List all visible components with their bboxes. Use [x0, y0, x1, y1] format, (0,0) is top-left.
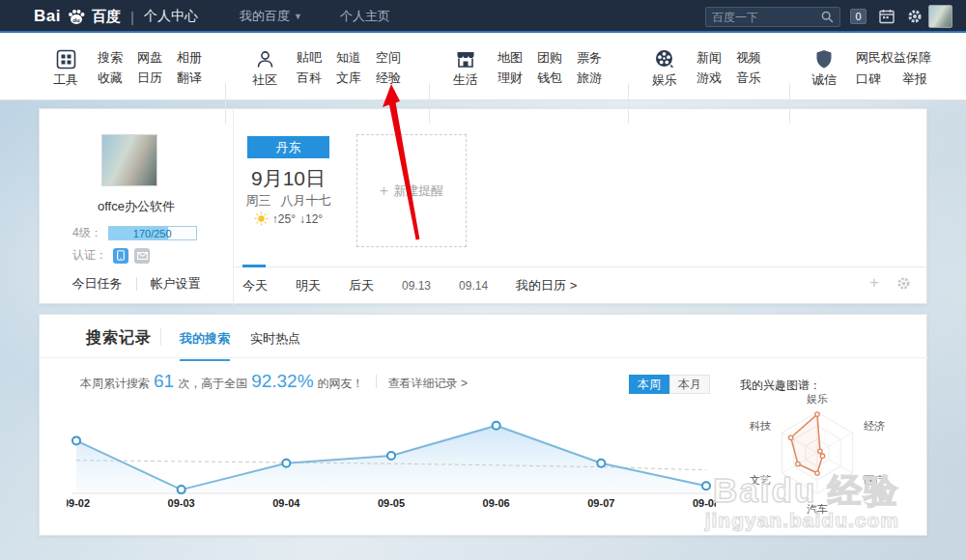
- film-reel-icon: [654, 48, 675, 70]
- city-button[interactable]: 丹东: [247, 136, 329, 158]
- search-stats: 本周累计搜索 61 次，高于全国 92.32% 的网友！ 查看详细记录 >: [80, 371, 468, 392]
- view-details-link[interactable]: 查看详细记录 >: [388, 376, 468, 392]
- add-reminder-box[interactable]: + 新建提醒: [356, 134, 467, 247]
- service-group-integrity: 诚信 网民权益保障 口碑 举报: [807, 48, 931, 89]
- menu-my-baidu[interactable]: 我的百度 ▼: [240, 0, 302, 33]
- service-entertainment[interactable]: 娱乐: [647, 48, 682, 89]
- service-zhidao[interactable]: 知道: [336, 50, 361, 65]
- divider: [136, 277, 137, 291]
- service-video[interactable]: 视频: [736, 50, 761, 65]
- service-album[interactable]: 相册: [177, 50, 202, 65]
- tab-tomorrow[interactable]: 明天: [296, 277, 321, 294]
- service-column: 团购 钱包: [537, 48, 562, 89]
- divider: [628, 83, 629, 124]
- service-tieba[interactable]: 贴吧: [297, 50, 322, 65]
- user-avatar-large[interactable]: [101, 134, 157, 186]
- tab-today[interactable]: 今天: [242, 277, 268, 294]
- temp-high: ↑25°: [272, 212, 296, 226]
- user-avatar-small[interactable]: [928, 5, 952, 28]
- svg-text:娱乐: 娱乐: [807, 393, 828, 405]
- search-icon[interactable]: [821, 11, 834, 23]
- svg-text:09-08: 09-08: [693, 497, 716, 509]
- service-space[interactable]: 空间: [376, 50, 401, 65]
- gear-icon[interactable]: [907, 9, 923, 24]
- tab-realtime-hot[interactable]: 实时热点: [250, 330, 300, 359]
- service-column: 视频 音乐: [736, 48, 761, 89]
- stats-count: 61: [154, 371, 174, 392]
- service-licai[interactable]: 理财: [497, 70, 523, 85]
- service-life-label: 生活: [453, 71, 478, 89]
- notification-badge[interactable]: 0: [850, 9, 867, 24]
- weather-row: ↑25° ↓12°: [233, 211, 344, 226]
- account-settings-link[interactable]: 帐户设置: [151, 275, 201, 293]
- service-integrity[interactable]: 诚信: [807, 48, 841, 89]
- service-tuangou[interactable]: 团购: [537, 50, 562, 65]
- line-chart-svg: 09-0209-0309-0409-0509-0609-0709-08: [67, 411, 716, 512]
- active-tab-indicator: [242, 265, 266, 267]
- service-translate[interactable]: 翻译: [177, 70, 202, 85]
- service-tools[interactable]: 工具: [48, 48, 83, 89]
- service-tools-label: 工具: [53, 71, 78, 89]
- calendar-icon[interactable]: [879, 9, 895, 24]
- service-column-wide: 网民权益保障 口碑 举报: [856, 48, 931, 89]
- svg-text:09-04: 09-04: [272, 497, 300, 509]
- service-music[interactable]: 音乐: [736, 70, 761, 85]
- service-life[interactable]: 生活: [448, 48, 483, 89]
- this-month-button[interactable]: 本月: [669, 375, 710, 394]
- service-calendar[interactable]: 日历: [137, 70, 162, 85]
- level-progress-text: 170/250: [109, 227, 196, 239]
- search-input[interactable]: [712, 11, 821, 24]
- tab-my-search[interactable]: 我的搜索: [180, 330, 230, 361]
- tab-0913[interactable]: 09.13: [402, 279, 431, 293]
- section-title: 搜索记录: [86, 328, 152, 349]
- service-search[interactable]: 搜索: [98, 50, 123, 65]
- service-netdisk[interactable]: 网盘: [137, 50, 162, 65]
- baidu-logo[interactable]: Bai du 百度 | 个人中心: [34, 0, 198, 33]
- level-progress-bar[interactable]: 170/250: [108, 226, 197, 240]
- gear-icon[interactable]: [896, 276, 911, 291]
- menu-personal-homepage[interactable]: 个人主页: [340, 0, 390, 33]
- svg-text:09-02: 09-02: [67, 497, 90, 509]
- top-navigation-bar: Bai du 百度 | 个人中心 我的百度 ▼ 个人主页 0: [0, 0, 966, 33]
- email-verify-icon[interactable]: [134, 248, 150, 264]
- phone-verified-icon[interactable]: [113, 248, 128, 264]
- service-group-tools: 工具 搜索 收藏 网盘 日历 相册 翻译: [48, 48, 202, 89]
- service-baike[interactable]: 百科: [297, 70, 322, 85]
- service-news[interactable]: 新闻: [696, 50, 722, 65]
- service-wallet[interactable]: 钱包: [537, 70, 562, 85]
- my-calendar-link[interactable]: 我的日历 >: [516, 277, 577, 294]
- service-integrity-label: 诚信: [811, 71, 837, 89]
- service-favorites[interactable]: 收藏: [98, 70, 123, 85]
- service-koubei[interactable]: 口碑: [856, 70, 881, 88]
- sun-icon: [254, 211, 269, 226]
- level-label: 4级：: [72, 225, 102, 241]
- service-jubao[interactable]: 举报: [902, 70, 927, 88]
- service-travel[interactable]: 旅游: [577, 70, 602, 85]
- service-column: 网盘 日历: [137, 48, 162, 89]
- svg-text:医疗: 医疗: [864, 474, 885, 486]
- service-map[interactable]: 地图: [497, 50, 523, 65]
- service-column: 相册 翻译: [177, 48, 202, 89]
- stats-mid: 次，高于全国: [178, 376, 247, 392]
- username: offce办公软件: [40, 198, 233, 215]
- svg-text:汽车: 汽车: [807, 503, 828, 515]
- divider: [789, 83, 790, 124]
- tab-0914[interactable]: 09.14: [459, 279, 488, 293]
- service-wenku[interactable]: 文库: [336, 70, 361, 85]
- service-group-entertainment: 娱乐 新闻 游戏 视频 音乐: [647, 48, 761, 89]
- add-icon[interactable]: +: [869, 275, 879, 291]
- today-tasks-link[interactable]: 今日任务: [72, 275, 123, 293]
- service-jingyan[interactable]: 经验: [376, 70, 401, 85]
- service-games[interactable]: 游戏: [696, 70, 722, 85]
- logo-separator: |: [130, 9, 134, 25]
- service-rights-protection[interactable]: 网民权益保障: [856, 48, 931, 65]
- service-tickets[interactable]: 票务: [577, 50, 602, 65]
- this-week-button[interactable]: 本周: [629, 375, 669, 394]
- level-row: 4级： 170/250: [72, 225, 197, 241]
- top-search-box[interactable]: [705, 7, 840, 27]
- service-community[interactable]: 社区: [247, 48, 282, 89]
- service-column: 搜索 收藏: [98, 48, 123, 89]
- service-entertainment-label: 娱乐: [652, 71, 677, 89]
- tab-day-after[interactable]: 后天: [349, 277, 374, 294]
- menu-personal-homepage-label: 个人主页: [340, 8, 390, 25]
